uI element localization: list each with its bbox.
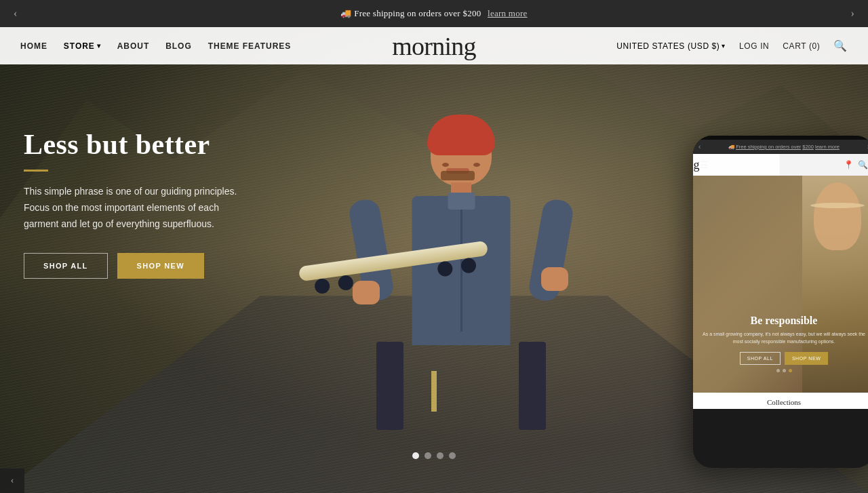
nav-right: UNITED STATES (USD $) ▾ LOG IN CART (0) … xyxy=(616,39,848,52)
shop-all-button[interactable]: SHOP ALL xyxy=(24,253,108,279)
road-line xyxy=(431,371,437,412)
navbar: HOME STORE ▾ ABOUT BLOG THEME FEATURES m… xyxy=(0,27,868,64)
slideshow-dots xyxy=(412,452,456,459)
site-logo[interactable]: morning xyxy=(392,31,475,61)
slide-dot-1[interactable] xyxy=(412,452,419,459)
nav-store-dropdown[interactable]: STORE ▾ xyxy=(64,41,101,51)
search-icon[interactable]: 🔍 xyxy=(833,39,848,52)
nav-blog[interactable]: BLOG xyxy=(165,41,192,51)
mobile-announcement-link[interactable]: learn more xyxy=(815,144,840,150)
chevron-down-icon: ▾ xyxy=(97,42,101,50)
mobile-search-icon[interactable]: 🔍 xyxy=(858,160,868,170)
hero-buttons: SHOP ALL SHOP NEW xyxy=(24,253,237,279)
hero-description: This simple phrase is one of our guiding… xyxy=(24,184,237,232)
mobile-dot-3[interactable] xyxy=(789,369,792,372)
mobile-location-icon: 📍 xyxy=(844,160,854,170)
mobile-announcement-text: 🚚 Free shipping on orders over $200 lear… xyxy=(728,144,840,150)
announcement-link[interactable]: learn more xyxy=(488,8,528,19)
nav-login[interactable]: LOG IN xyxy=(739,41,769,51)
nav-home[interactable]: HOME xyxy=(20,41,47,51)
mobile-logo[interactable]: morning xyxy=(693,154,780,176)
hero-desc-line1: This simple phrase is one of our guiding… xyxy=(24,186,237,197)
mobile-collections-label: Collections xyxy=(767,398,801,406)
mobile-hero: Be responsible As a small growing compan… xyxy=(693,176,868,393)
mobile-nav-icons: 📍 🔍 xyxy=(844,160,868,170)
hero-divider xyxy=(24,170,48,172)
nav-about[interactable]: ABOUT xyxy=(117,41,149,51)
announcement-next-button[interactable]: › xyxy=(837,7,868,20)
hero-desc-line2: Focus on the most important elements of … xyxy=(24,202,219,213)
shop-new-button[interactable]: SHOP NEW xyxy=(117,253,204,279)
mobile-slideshow-dots xyxy=(700,369,868,372)
nav-theme-features[interactable]: THEME FEATURES xyxy=(208,41,292,51)
nav-store-label: STORE xyxy=(64,41,95,51)
mobile-prev-arrow[interactable]: ‹ xyxy=(698,143,701,151)
mobile-shop-new-button[interactable]: SHOP NEW xyxy=(785,352,828,365)
announcement-bar: ‹ 🚚 Free shipping on orders over $200 le… xyxy=(0,0,868,27)
slide-dot-3[interactable] xyxy=(437,452,443,459)
mobile-dot-1[interactable] xyxy=(776,369,780,372)
nav-region-label: UNITED STATES (USD $) xyxy=(616,41,719,51)
mobile-announcement-bar: ‹ 🚚 Free shipping on orders over $200 le… xyxy=(693,140,868,154)
hero-desc-line3: garment and let go of everything superfl… xyxy=(24,218,214,229)
hero-title: Less but better xyxy=(24,129,237,160)
mobile-hero-description: As a small growing company, it's not alw… xyxy=(700,331,868,345)
announcement-text: Free shipping on orders over $200 xyxy=(354,8,481,19)
mobile-preview-panel: ‹ 🚚 Free shipping on orders over $200 le… xyxy=(693,136,868,468)
region-chevron-icon: ▾ xyxy=(722,42,726,50)
mobile-navbar: ☰ morning 📍 🔍 xyxy=(693,154,868,176)
nav-cart[interactable]: CART (0) xyxy=(783,41,820,51)
bottom-prev-arrow[interactable]: ‹ xyxy=(0,469,24,493)
nav-region-selector[interactable]: UNITED STATES (USD $) ▾ xyxy=(616,41,726,51)
mobile-hero-buttons: SHOP ALL SHOP NEW xyxy=(700,352,868,365)
bottom-arrow-icon: ‹ xyxy=(11,475,14,486)
mobile-hero-title: Be responsible xyxy=(700,315,868,327)
hero-content: Less but better This simple phrase is on… xyxy=(24,129,237,279)
mobile-collections-header: Collections xyxy=(693,393,868,409)
announcement-truck-icon: 🚚 xyxy=(340,8,351,19)
slide-dot-2[interactable] xyxy=(425,452,431,459)
mobile-shop-all-button[interactable]: SHOP ALL xyxy=(740,352,781,365)
nav-left: HOME STORE ▾ ABOUT BLOG THEME FEATURES xyxy=(20,41,291,51)
mobile-hero-content: Be responsible As a small growing compan… xyxy=(693,315,868,372)
mobile-dot-2[interactable] xyxy=(783,369,786,372)
slide-dot-4[interactable] xyxy=(449,452,456,459)
announcement-prev-button[interactable]: ‹ xyxy=(0,7,31,20)
